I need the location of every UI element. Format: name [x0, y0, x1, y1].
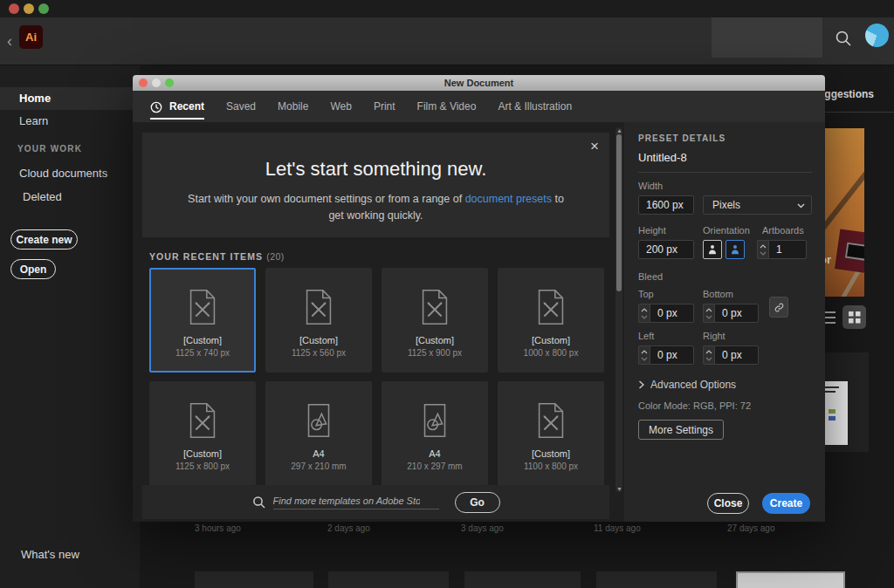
- sidebar-item-learn[interactable]: Learn: [0, 110, 140, 133]
- height-input[interactable]: [638, 240, 694, 259]
- bleed-left-stepper[interactable]: [638, 345, 650, 365]
- tab-recent[interactable]: Recent: [169, 91, 204, 122]
- hero-close-icon[interactable]: ×: [590, 138, 599, 155]
- stock-search-input[interactable]: [273, 496, 420, 506]
- window-close-button[interactable]: [9, 3, 19, 14]
- width-label: Width: [638, 181, 812, 191]
- bleed-left-input[interactable]: [650, 345, 694, 365]
- file-thumbnail[interactable]: [736, 571, 845, 588]
- app-header: ‹ Ai: [0, 17, 894, 65]
- stepper-up-icon[interactable]: [641, 308, 648, 312]
- recent-item-card[interactable]: A4 210 x 297 mm: [382, 381, 488, 486]
- a4-document-icon: [415, 400, 455, 441]
- window-zoom-button[interactable]: [38, 3, 49, 14]
- recent-item-card[interactable]: [Custom] 1100 x 800 px: [498, 381, 604, 486]
- stepper-up-icon[interactable]: [760, 244, 767, 249]
- height-label: Height: [638, 225, 703, 236]
- dialog-title: New Document: [133, 75, 825, 91]
- recent-item-card[interactable]: [Custom] 1125 x 560 px: [265, 268, 372, 373]
- dialog-close-button[interactable]: [139, 79, 148, 87]
- header-panel: [712, 17, 822, 58]
- bleed-bottom-stepper[interactable]: [703, 304, 714, 323]
- tab-web[interactable]: Web: [330, 91, 351, 122]
- file-thumbnail[interactable]: [195, 571, 313, 588]
- units-dropdown[interactable]: Pixels: [703, 195, 812, 215]
- recent-item-card[interactable]: [Custom] 1000 x 800 px: [498, 268, 604, 373]
- recent-item-card[interactable]: A4 297 x 210 mm: [265, 381, 372, 486]
- recent-items-label: YOUR RECENT ITEMS: [149, 251, 263, 262]
- stepper-up-icon[interactable]: [705, 350, 712, 354]
- artboards-input[interactable]: [768, 240, 807, 259]
- stepper-down-icon[interactable]: [641, 357, 648, 361]
- grid-view-icon: [842, 305, 866, 329]
- stepper-down-icon[interactable]: [760, 251, 767, 256]
- create-new-button[interactable]: Create new: [10, 229, 78, 250]
- back-chevron-icon[interactable]: ‹: [7, 30, 12, 52]
- bleed-top-stepper[interactable]: [638, 304, 650, 323]
- recent-item-card[interactable]: [Custom] 1125 x 900 px: [382, 268, 488, 373]
- dialog-minimize-button[interactable]: [152, 79, 161, 87]
- window-minimize-button[interactable]: [24, 3, 34, 14]
- orientation-landscape-button[interactable]: [726, 240, 745, 259]
- stepper-down-icon[interactable]: [705, 315, 712, 319]
- tab-saved[interactable]: Saved: [226, 91, 256, 122]
- stock-search-field[interactable]: [273, 496, 439, 509]
- units-value: Pixels: [712, 199, 740, 211]
- file-timestamp: 3 hours ago: [195, 523, 241, 533]
- bleed-right-stepper[interactable]: [703, 345, 714, 365]
- file-thumbnail[interactable]: [328, 571, 449, 588]
- bleed-top-input[interactable]: [650, 304, 694, 323]
- recent-item-name: A4: [382, 448, 487, 459]
- document-name-input[interactable]: [638, 151, 812, 164]
- stepper-down-icon[interactable]: [705, 357, 712, 361]
- orientation-portrait-button[interactable]: [703, 240, 722, 259]
- tab-mobile[interactable]: Mobile: [278, 91, 308, 122]
- dialog-titlebar[interactable]: New Document: [133, 75, 825, 91]
- recent-item-card[interactable]: [Custom] 1125 x 740 px: [149, 268, 256, 373]
- sidebar-item-deleted[interactable]: Deleted: [0, 186, 140, 209]
- sidebar-item-cloud-documents[interactable]: Cloud documents: [0, 162, 140, 185]
- tab-film-video[interactable]: Film & Video: [417, 91, 477, 122]
- user-avatar[interactable]: [865, 24, 889, 47]
- advanced-options-toggle[interactable]: Advanced Options: [638, 379, 812, 391]
- chain-link-icon: [774, 302, 785, 313]
- sidebar-home-label: Home: [19, 92, 51, 105]
- open-button[interactable]: Open: [10, 259, 56, 279]
- custom-document-icon: [182, 287, 223, 327]
- artboards-stepper[interactable]: [757, 240, 768, 259]
- bleed-bottom-input[interactable]: [714, 304, 759, 323]
- stepper-down-icon[interactable]: [641, 315, 648, 319]
- bleed-right-input[interactable]: [714, 345, 759, 365]
- clock-icon: [150, 101, 162, 113]
- close-button[interactable]: Close: [707, 493, 749, 514]
- dialog-zoom-button[interactable]: [165, 79, 174, 87]
- go-button[interactable]: Go: [455, 492, 500, 513]
- create-button[interactable]: Create: [762, 493, 810, 514]
- grid-view-button[interactable]: [842, 305, 866, 329]
- bleed-link-button[interactable]: [769, 297, 788, 318]
- sidebar-item-home[interactable]: Home: [0, 87, 140, 110]
- document-presets-link[interactable]: document presets: [465, 193, 552, 205]
- recent-item-card[interactable]: [Custom] 1125 x 800 px: [149, 381, 256, 486]
- stepper-up-icon[interactable]: [641, 350, 648, 354]
- width-input[interactable]: [638, 195, 694, 215]
- search-icon[interactable]: [834, 29, 853, 48]
- recent-item-dims: 210 x 297 mm: [382, 462, 487, 471]
- bleed-right-label: Right: [703, 331, 726, 341]
- recent-items-heading: YOUR RECENT ITEMS (20): [149, 251, 285, 262]
- hero-body: Start with your own document settings or…: [184, 191, 568, 225]
- scrollbar-thumb[interactable]: [616, 134, 622, 291]
- stepper-up-icon[interactable]: [705, 308, 712, 312]
- file-thumbnail[interactable]: [596, 571, 717, 588]
- image-detail: [845, 243, 864, 261]
- more-settings-button[interactable]: More Settings: [638, 420, 724, 440]
- portrait-person-icon: [706, 243, 719, 256]
- hero-body-text: Start with your own document settings or…: [188, 193, 465, 205]
- preset-details-heading: PRESET DETAILS: [638, 133, 812, 143]
- file-thumbnail[interactable]: [464, 571, 581, 588]
- content-scrollbar[interactable]: ▲ ▼: [615, 127, 622, 492]
- tab-art-illustration[interactable]: Art & Illustration: [498, 91, 572, 122]
- tab-print[interactable]: Print: [374, 91, 395, 122]
- dialog-tabbar: Recent Saved Mobile Web Print Film & Vid…: [133, 91, 825, 122]
- whats-new-link[interactable]: What's new: [0, 544, 140, 566]
